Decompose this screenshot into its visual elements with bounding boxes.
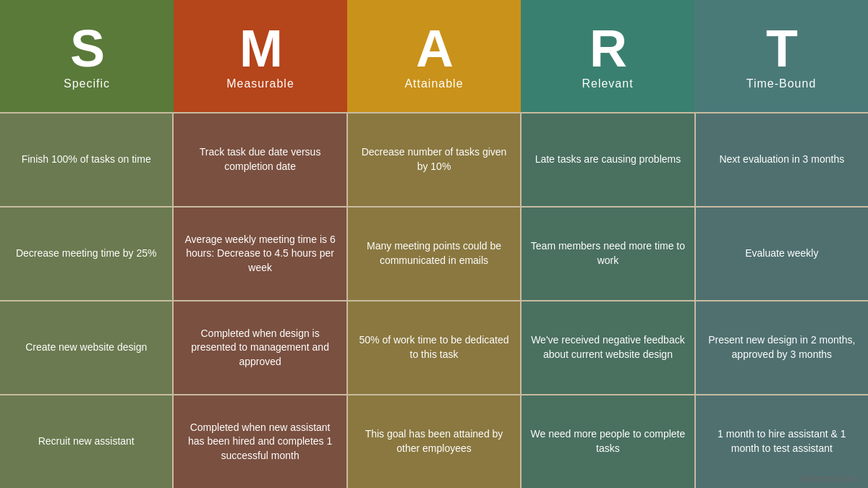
header-cell-m: MMeasurable xyxy=(174,0,347,112)
cell-r1-c0: Decrease meeting time by 25% xyxy=(0,207,174,300)
cell-r3-c2: This goal has been attained by other emp… xyxy=(348,395,522,488)
header-letter-t: T xyxy=(766,22,796,74)
smart-table: SSpecificMMeasurableAAttainableRRelevant… xyxy=(0,0,868,488)
watermark: slidemodel.com xyxy=(798,474,858,484)
body-area: Finish 100% of tasks on timeTrack task d… xyxy=(0,112,868,488)
header-label-m: Measurable xyxy=(226,77,294,90)
header-cell-r: RRelevant xyxy=(521,0,694,112)
header-letter-r: R xyxy=(590,22,626,74)
cell-r0-c3: Late tasks are causing problems xyxy=(522,114,695,206)
cell-r0-c1: Track task due date versus completion da… xyxy=(174,114,347,206)
header-row: SSpecificMMeasurableAAttainableRRelevant… xyxy=(0,0,868,112)
cell-r0-c4: Next evaluation in 3 months xyxy=(696,114,868,206)
cell-r1-c1: Average weekly meeting time is 6 hours: … xyxy=(174,207,347,300)
header-letter-a: A xyxy=(416,22,452,74)
cell-r2-c0: Create new website design xyxy=(0,301,174,394)
header-label-r: Relevant xyxy=(582,77,633,90)
header-cell-a: AAttainable xyxy=(347,0,521,112)
header-label-t: Time-Bound xyxy=(746,77,817,90)
cell-r2-c3: We've received negative feedback about c… xyxy=(522,301,695,394)
cell-r3-c3: We need more people to complete tasks xyxy=(522,395,695,488)
cell-r3-c1: Completed when new assistant has been hi… xyxy=(174,395,347,488)
header-letter-s: S xyxy=(70,22,103,74)
header-label-a: Attainable xyxy=(404,77,463,90)
cell-r1-c2: Many meeting points could be communicate… xyxy=(348,207,522,300)
table-row-0: Finish 100% of tasks on timeTrack task d… xyxy=(0,112,868,206)
cell-r0-c2: Decrease number of tasks given by 10% xyxy=(348,114,522,206)
header-cell-t: TTime-Bound xyxy=(694,0,868,112)
header-label-s: Specific xyxy=(64,77,110,90)
cell-r3-c0: Recruit new assistant xyxy=(0,395,174,488)
cell-r2-c4: Present new design in 2 months, approved… xyxy=(696,301,868,394)
cell-r2-c2: 50% of work time to be dedicated to this… xyxy=(348,301,522,394)
cell-r2-c1: Completed when design is presented to ma… xyxy=(174,301,347,394)
table-row-1: Decrease meeting time by 25%Average week… xyxy=(0,206,868,300)
table-row-3: Recruit new assistantCompleted when new … xyxy=(0,394,868,488)
cell-r1-c4: Evaluate weekly xyxy=(696,207,868,300)
cell-r1-c3: Team members need more time to work xyxy=(522,207,695,300)
header-cell-s: SSpecific xyxy=(0,0,174,112)
cell-r0-c0: Finish 100% of tasks on time xyxy=(0,114,174,206)
header-letter-m: M xyxy=(239,22,281,74)
table-row-2: Create new website designCompleted when … xyxy=(0,300,868,394)
